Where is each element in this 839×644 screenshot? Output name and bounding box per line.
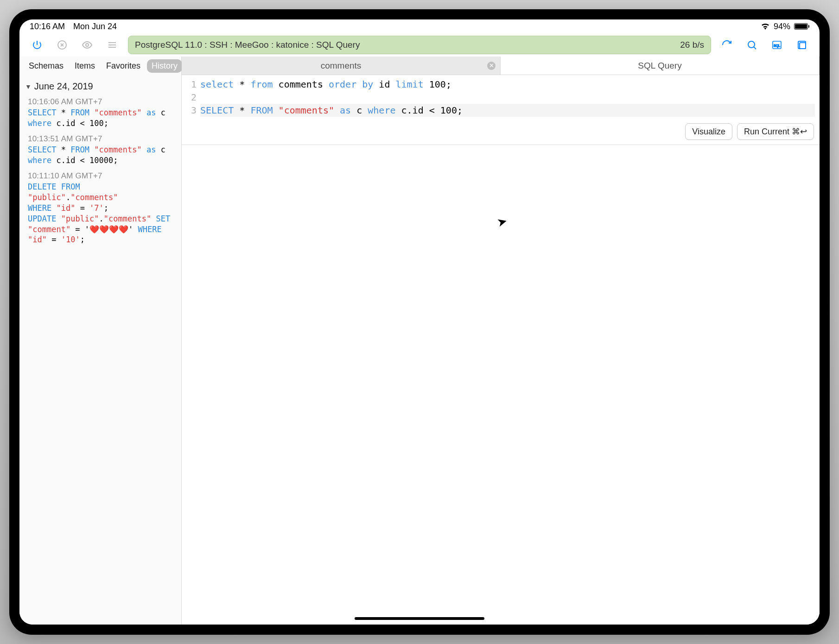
home-indicator[interactable]	[355, 617, 484, 620]
history-time: 10:13:51 AM GMT+7	[28, 134, 173, 144]
connection-label: PostgreSQL 11.0 : SSH : MeeGoo : katonic…	[135, 40, 360, 50]
editor-action-buttons: Visualize Run Current ⌘↩︎	[685, 123, 814, 140]
history-sql: SELECT * FROM "comments" as c where c.id…	[28, 145, 173, 166]
sidebar-tab-items[interactable]: Items	[70, 59, 100, 73]
battery-icon	[794, 23, 809, 30]
run-current-button[interactable]: Run Current ⌘↩︎	[737, 123, 814, 140]
sidebar-body[interactable]: ▼ June 24, 2019 10:16:06 AM GMT+7SELECT …	[19, 76, 181, 625]
editor-tab-sqlquery[interactable]: SQL Query	[501, 57, 820, 75]
sidebar-tab-schemas[interactable]: Schemas	[24, 59, 68, 73]
line-gutter: 123	[182, 78, 200, 117]
battery-pct: 94%	[774, 22, 790, 32]
panels-icon[interactable]	[793, 36, 811, 54]
tab-label: comments	[321, 61, 362, 71]
tab-label: SQL Query	[638, 61, 681, 71]
svg-text:SQL: SQL	[774, 44, 780, 48]
connection-pill[interactable]: PostgreSQL 11.0 : SSH : MeeGoo : katonic…	[128, 36, 711, 54]
code-line[interactable]: SELECT * FROM "comments" as c where c.id…	[200, 104, 815, 117]
screen: 10:16 AM Mon Jun 24 94%	[19, 19, 820, 625]
cursor-icon: ➤	[495, 214, 508, 230]
svg-point-5	[748, 41, 755, 48]
sidebar: Schemas Items Favorites History ▼ June 2…	[19, 57, 182, 625]
sidebar-tab-favorites[interactable]: Favorites	[102, 59, 145, 73]
code-line[interactable]	[200, 91, 815, 104]
list-icon[interactable]	[103, 36, 121, 54]
svg-rect-10	[800, 43, 806, 49]
history-group-header[interactable]: ▼ June 24, 2019	[25, 78, 176, 95]
history-item[interactable]: 10:11:10 AM GMT+7DELETE FROM "public"."c…	[25, 169, 176, 248]
chevron-down-icon: ▼	[25, 83, 32, 90]
sidebar-tab-history[interactable]: History	[147, 59, 182, 73]
editor-tabs: comments ✕ SQL Query	[182, 57, 820, 75]
cancel-icon[interactable]	[53, 36, 71, 54]
history-sql: DELETE FROM "public"."comments" WHERE "i…	[28, 182, 173, 246]
history-time: 10:11:10 AM GMT+7	[28, 171, 173, 181]
power-icon[interactable]	[28, 36, 46, 54]
history-date: June 24, 2019	[34, 81, 93, 92]
results-pane: ➤	[182, 145, 820, 625]
history-item[interactable]: 10:16:06 AM GMT+7SELECT * FROM "comments…	[25, 95, 176, 132]
code-lines[interactable]: select * from comments order by id limit…	[200, 78, 820, 117]
device-frame: 10:16 AM Mon Jun 24 94%	[9, 9, 830, 635]
sql-icon[interactable]: SQL	[768, 36, 786, 54]
svg-line-6	[754, 47, 756, 49]
editor-tab-comments[interactable]: comments ✕	[182, 57, 501, 75]
history-time: 10:16:06 AM GMT+7	[28, 97, 173, 107]
wifi-icon	[761, 23, 770, 30]
content-area: Schemas Items Favorites History ▼ June 2…	[19, 57, 820, 625]
status-date: Mon Jun 24	[73, 22, 117, 32]
toolbar: PostgreSQL 11.0 : SSH : MeeGoo : katonic…	[19, 33, 820, 57]
close-icon[interactable]: ✕	[487, 62, 496, 70]
status-bar: 10:16 AM Mon Jun 24 94%	[19, 19, 820, 33]
throughput-label: 26 b/s	[680, 40, 704, 50]
svg-point-1	[86, 44, 89, 46]
editor-pane: comments ✕ SQL Query 123 select * from c…	[182, 57, 820, 625]
search-icon[interactable]	[743, 36, 761, 54]
history-item[interactable]: 10:13:51 AM GMT+7SELECT * FROM "comments…	[25, 132, 176, 169]
eye-icon[interactable]	[78, 36, 96, 54]
history-list: 10:16:06 AM GMT+7SELECT * FROM "comments…	[25, 95, 176, 248]
visualize-button[interactable]: Visualize	[685, 123, 732, 140]
code-editor-area[interactable]: 123 select * from comments order by id l…	[182, 75, 820, 145]
history-sql: SELECT * FROM "comments" as c where c.id…	[28, 107, 173, 129]
status-time: 10:16 AM	[30, 22, 65, 32]
sidebar-tabs: Schemas Items Favorites History	[19, 57, 181, 76]
refresh-icon[interactable]	[718, 36, 736, 54]
code-line[interactable]: select * from comments order by id limit…	[200, 78, 815, 91]
